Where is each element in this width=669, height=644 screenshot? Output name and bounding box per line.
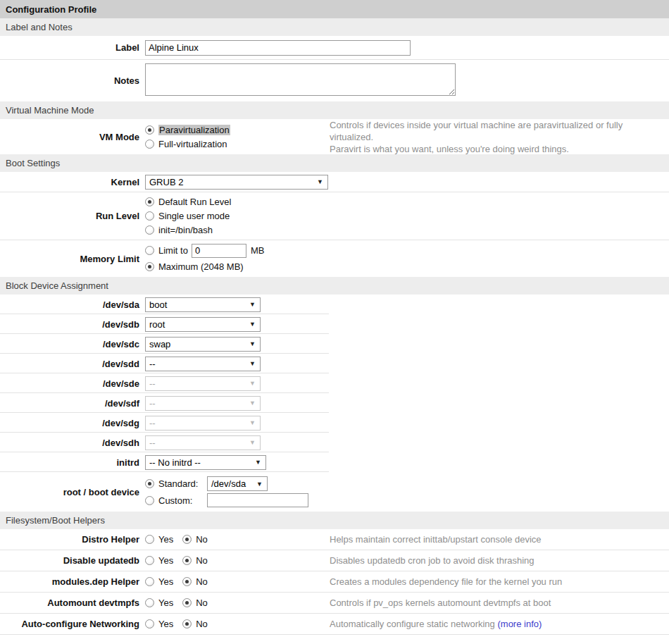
- automount-devtmpfs-no-label[interactable]: No: [196, 597, 208, 608]
- memory-maximum-radio[interactable]: [145, 262, 154, 271]
- memory-limit-to-label[interactable]: Limit to: [158, 245, 188, 256]
- root-boot-device-label: root / boot device: [0, 487, 144, 497]
- memory-limit-row: Memory Limit Limit to MB Maximum (2048 M…: [0, 240, 669, 277]
- device-sda-label: /dev/sda: [0, 299, 144, 310]
- initrd-select[interactable]: -- No initrd -- ▼: [145, 455, 266, 470]
- label-row: Label: [0, 36, 669, 60]
- disable-updatedb-yes-label[interactable]: Yes: [158, 555, 173, 566]
- distro-helper-no-label[interactable]: No: [196, 534, 208, 545]
- auto-configure-networking-yes-label[interactable]: Yes: [158, 619, 173, 629]
- modules-dep-yes-radio[interactable]: [145, 577, 154, 586]
- vm-mode-help-text: Controls if devices inside your virtual …: [330, 119, 669, 155]
- distro-helper-help: Helps maintain correct inittab/upstart c…: [330, 533, 669, 545]
- device-sda-select[interactable]: boot ▼: [145, 297, 261, 312]
- root-boot-custom-radio[interactable]: [145, 496, 154, 505]
- section-header-helpers: Filesystem/Boot Helpers: [0, 512, 669, 529]
- modules-dep-helper-label: modules.dep Helper: [0, 576, 144, 587]
- section-header-label-and-notes: Label and Notes: [0, 18, 669, 36]
- distro-helper-row: Distro Helper Yes No Helps maintain corr…: [0, 529, 669, 550]
- disable-updatedb-label: Disable updatedb: [0, 555, 144, 566]
- memory-limit-to-radio[interactable]: [145, 246, 154, 255]
- distro-helper-no-radio[interactable]: [182, 535, 192, 544]
- kernel-label: Kernel: [0, 177, 144, 187]
- auto-configure-networking-no-label[interactable]: No: [196, 619, 208, 629]
- root-boot-custom-label[interactable]: Custom:: [158, 495, 204, 506]
- page-title: Configuration Profile: [0, 0, 669, 18]
- root-boot-standard-radio[interactable]: [145, 479, 154, 488]
- root-boot-standard-select[interactable]: /dev/sda ▼: [207, 476, 268, 491]
- device-row-sdc: /dev/sdc swap ▼: [0, 334, 669, 354]
- distro-helper-yes-radio[interactable]: [145, 535, 154, 544]
- notes-textarea[interactable]: [145, 63, 456, 96]
- device-sde-select: -- ▼: [145, 376, 261, 391]
- notes-field-label: Notes: [0, 75, 144, 86]
- disable-updatedb-help: Disables updatedb cron job to avoid disk…: [330, 555, 669, 566]
- root-boot-standard-label[interactable]: Standard:: [158, 478, 204, 489]
- modules-dep-helper-row: modules.dep Helper Yes No Creates a modu…: [0, 571, 669, 593]
- device-sdd-select[interactable]: -- ▼: [145, 357, 261, 371]
- run-level-default-radio[interactable]: [145, 197, 154, 206]
- vm-mode-full-virtualization-radio[interactable]: [145, 140, 154, 149]
- memory-limit-label: Memory Limit: [0, 254, 144, 264]
- chevron-down-icon: ▼: [249, 360, 256, 367]
- section-header-vm-mode: Virtual Machine Mode: [0, 101, 669, 119]
- auto-configure-networking-no-radio[interactable]: [182, 619, 192, 628]
- chevron-down-icon: ▼: [249, 400, 256, 407]
- device-sdb-label: /dev/sdb: [0, 319, 144, 330]
- memory-maximum-label[interactable]: Maximum (2048 MB): [158, 261, 244, 272]
- chevron-down-icon: ▼: [249, 321, 256, 328]
- chevron-down-icon: ▼: [249, 419, 256, 426]
- vm-mode-label: VM Mode: [0, 132, 144, 142]
- chevron-down-icon: ▼: [249, 301, 256, 308]
- disable-updatedb-no-radio[interactable]: [182, 556, 192, 565]
- device-sde-label: /dev/sde: [0, 378, 144, 389]
- label-input[interactable]: [145, 40, 411, 56]
- run-level-init-bash-radio[interactable]: [145, 225, 154, 235]
- vm-mode-full-virtualization-label[interactable]: Full-virtualization: [158, 139, 227, 149]
- automount-devtmpfs-row: Automount devtmpfs Yes No Controls if pv…: [0, 593, 669, 614]
- vm-mode-paravirtualization-label[interactable]: Paravirtualization: [158, 125, 230, 135]
- chevron-down-icon: ▼: [256, 481, 263, 488]
- more-info-link[interactable]: (more info): [497, 619, 542, 629]
- run-level-default-label[interactable]: Default Run Level: [158, 197, 231, 207]
- chevron-down-icon: ▼: [249, 340, 256, 347]
- device-row-sdf: /dev/sdf -- ▼: [0, 393, 669, 413]
- run-level-label: Run Level: [0, 211, 144, 221]
- device-row-sde: /dev/sde -- ▼: [0, 373, 669, 393]
- automount-devtmpfs-yes-label[interactable]: Yes: [158, 597, 173, 608]
- section-header-block-devices: Block Device Assignment: [0, 277, 669, 295]
- memory-limit-input[interactable]: [192, 244, 246, 258]
- disable-updatedb-yes-radio[interactable]: [145, 556, 154, 565]
- automount-devtmpfs-yes-radio[interactable]: [145, 598, 154, 607]
- root-boot-custom-input[interactable]: [207, 493, 308, 507]
- device-sdc-select[interactable]: swap ▼: [145, 337, 261, 352]
- device-sdh-select: -- ▼: [145, 435, 261, 450]
- device-sdb-select[interactable]: root ▼: [145, 317, 261, 332]
- device-sdg-select: -- ▼: [145, 416, 261, 431]
- modules-dep-help: Creates a modules dependency file for th…: [330, 576, 669, 588]
- automount-devtmpfs-help: Controls if pv_ops kernels automount dev…: [330, 597, 669, 609]
- auto-configure-networking-yes-radio[interactable]: [145, 619, 154, 628]
- chevron-down-icon: ▼: [249, 439, 256, 446]
- run-level-single-user-radio[interactable]: [145, 211, 154, 221]
- kernel-select[interactable]: GRUB 2 ▼: [145, 175, 328, 190]
- device-row-sdb: /dev/sdb root ▼: [0, 314, 669, 334]
- device-sdc-label: /dev/sdc: [0, 339, 144, 349]
- chevron-down-icon: ▼: [317, 178, 323, 185]
- run-level-init-bash-label[interactable]: init=/bin/bash: [158, 225, 213, 235]
- device-row-sdd: /dev/sdd -- ▼: [0, 354, 669, 373]
- modules-dep-no-label[interactable]: No: [196, 576, 208, 587]
- memory-limit-unit: MB: [251, 245, 265, 256]
- modules-dep-no-radio[interactable]: [182, 577, 192, 586]
- disable-updatedb-no-label[interactable]: No: [196, 555, 208, 566]
- section-header-boot-settings: Boot Settings: [0, 154, 669, 172]
- disable-updatedb-row: Disable updatedb Yes No Disables updated…: [0, 550, 669, 571]
- device-sdd-label: /dev/sdd: [0, 359, 144, 369]
- distro-helper-label: Distro Helper: [0, 534, 144, 545]
- run-level-single-user-label[interactable]: Single user mode: [158, 211, 230, 221]
- vm-mode-paravirtualization-radio[interactable]: [145, 125, 154, 135]
- modules-dep-yes-label[interactable]: Yes: [158, 576, 173, 587]
- label-field-label: Label: [0, 42, 144, 53]
- distro-helper-yes-label[interactable]: Yes: [158, 534, 173, 545]
- automount-devtmpfs-no-radio[interactable]: [182, 598, 192, 607]
